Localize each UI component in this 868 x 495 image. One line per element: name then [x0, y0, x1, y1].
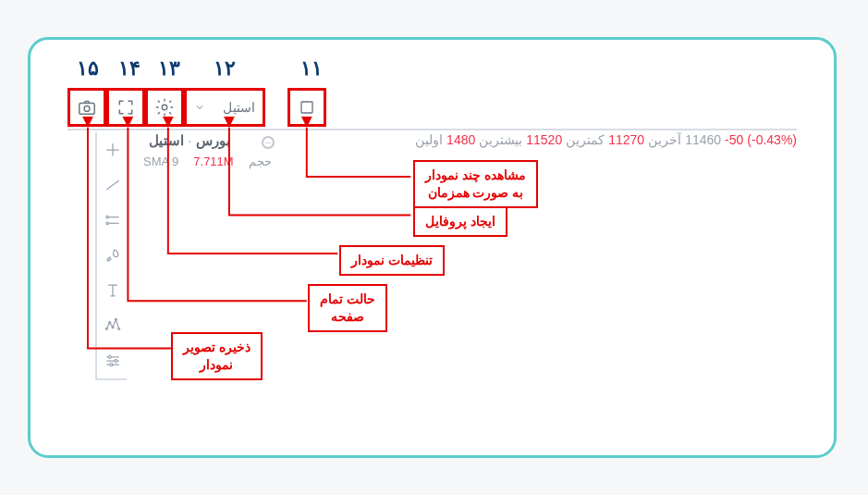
label-13: ۱۳: [158, 56, 180, 80]
pattern-tool[interactable]: [97, 308, 128, 343]
sliders-icon: [104, 352, 122, 370]
svg-point-10: [118, 328, 120, 329]
horizontal-lines-icon: [104, 211, 122, 229]
svg-point-5: [106, 222, 109, 225]
val-last: 11270: [608, 132, 644, 147]
change-abs: -50: [725, 132, 743, 147]
multi-chart-button[interactable]: [287, 88, 326, 127]
lbl-first: اولین: [415, 132, 443, 147]
gear-icon: [154, 97, 175, 118]
svg-point-6: [105, 328, 107, 329]
chart-toolbar-card: ۱۵ ۱۴ ۱۳ ۱۲ ۱۱ استیل (-0.43%) -50 11460 …: [28, 37, 837, 458]
chart-top-toolbar: استیل: [67, 88, 797, 130]
horizontal-line-tool[interactable]: [97, 203, 128, 238]
val-first: 1480: [446, 132, 475, 147]
capture-image-button[interactable]: [67, 88, 106, 127]
sma-value: 7.711M: [193, 155, 233, 168]
fullscreen-button[interactable]: [106, 88, 145, 127]
callout-15: ذخیره تصویر نمودار: [171, 332, 263, 380]
chart-settings-button[interactable]: [145, 88, 184, 127]
callout-14: حالت تمام صفحه: [308, 284, 387, 332]
exchange-label: بورس: [196, 132, 230, 148]
label-12: ۱۲: [214, 56, 236, 80]
change-pct: (-0.43%): [747, 132, 797, 147]
callout-11: مشاهده چند نمودار به صورت همزمان: [413, 160, 538, 208]
callout-12: ایجاد پروفایل: [413, 206, 507, 237]
pattern-icon: [104, 316, 122, 335]
svg-point-12: [115, 360, 117, 363]
sliders-tool[interactable]: [97, 343, 128, 378]
sma-label: SMA 9: [143, 155, 178, 168]
val-low: 11520: [526, 132, 562, 147]
camera-icon: [77, 97, 97, 118]
grid-layout-icon: [299, 99, 315, 116]
quote-row: (-0.43%) -50 11460 آخرین 11270 کمترین 11…: [134, 132, 797, 147]
crosshair-icon: [104, 141, 122, 159]
trend-line-icon: [104, 176, 122, 194]
chevron-down-icon: [194, 102, 205, 113]
svg-point-11: [108, 355, 111, 358]
svg-point-1: [84, 105, 90, 111]
svg-point-2: [162, 105, 167, 110]
lbl-last: آخرین: [648, 132, 681, 147]
trend-line-tool[interactable]: [97, 167, 128, 203]
val-a: 11460: [685, 132, 721, 147]
brush-tool[interactable]: [97, 238, 128, 273]
symbol-block: بورس · استیل: [149, 132, 230, 149]
label-14: ۱۴: [118, 56, 141, 80]
symbol-name: استیل: [149, 132, 184, 148]
brush-icon: [104, 246, 122, 265]
callout-13: تنظیمات نمودار: [339, 245, 445, 276]
crosshair-tool[interactable]: [97, 132, 128, 167]
svg-rect-3: [301, 102, 312, 113]
label-15: ۱۵: [77, 56, 99, 80]
text-tool[interactable]: [97, 273, 128, 308]
svg-point-4: [106, 216, 109, 218]
drawing-toolbar: [95, 132, 127, 380]
lbl-high: بیشترین: [479, 132, 522, 147]
dot-sep: ·: [188, 132, 191, 148]
collapse-icon[interactable]: −: [262, 136, 275, 149]
sma-vol-label: حجم: [249, 155, 272, 168]
style-dropdown-label: استیل: [223, 100, 255, 115]
style-profile-dropdown[interactable]: استیل: [184, 88, 265, 127]
label-11: ۱۱: [300, 56, 323, 80]
sma-row: SMA 9 7.711M حجم: [143, 155, 272, 168]
lbl-low: کمترین: [566, 132, 605, 147]
fullscreen-icon: [116, 98, 135, 117]
svg-point-13: [110, 364, 113, 366]
svg-rect-0: [79, 103, 95, 114]
text-icon: [104, 281, 122, 300]
